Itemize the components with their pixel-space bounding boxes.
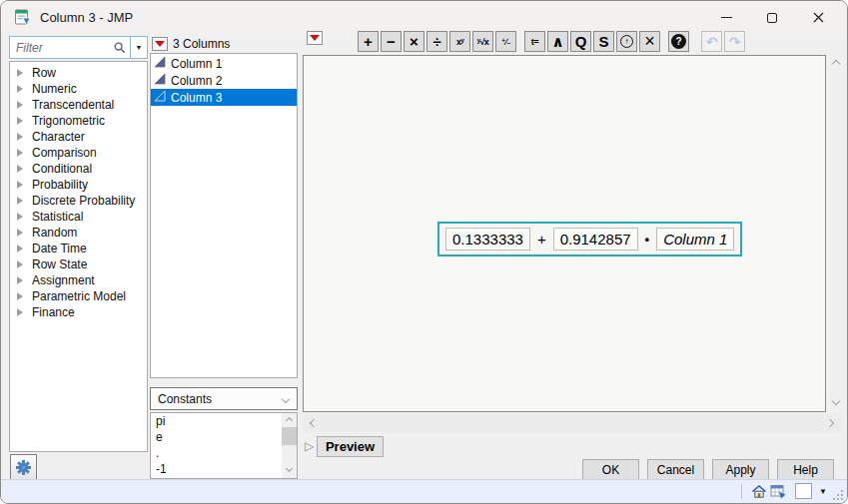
function-category-comparison[interactable]: Comparison	[10, 145, 147, 161]
cancel-button[interactable]: Cancel	[647, 459, 704, 480]
scroll-down-icon[interactable]	[831, 397, 839, 405]
function-category-trigonometric[interactable]: Trigonometric	[10, 113, 147, 129]
expand-arrow-icon	[17, 245, 23, 252]
divide-button[interactable]: ÷	[426, 31, 447, 52]
expand-arrow-icon	[17, 165, 23, 173]
jmp-app-icon[interactable]	[14, 9, 31, 26]
function-category-numeric[interactable]: Numeric	[10, 81, 147, 97]
columns-menu-button[interactable]	[152, 37, 168, 51]
data-table-icon[interactable]	[770, 484, 786, 499]
filter-dropdown-button[interactable]: ▼	[131, 37, 147, 58]
formula-menu-button[interactable]	[307, 31, 323, 45]
scroll-right-icon[interactable]	[826, 419, 834, 427]
settings-gear-button[interactable]	[10, 454, 37, 480]
constants-scrollbar[interactable]	[282, 413, 297, 478]
constant-item-[interactable]: .	[151, 445, 297, 461]
scroll-up-icon[interactable]	[286, 417, 293, 424]
redo-button[interactable]: ↷	[724, 31, 745, 52]
column-reference-term[interactable]: Column 1	[656, 228, 734, 251]
undo-button[interactable]: ↶	[701, 31, 722, 52]
resize-grip[interactable]	[833, 490, 844, 501]
switch-terms-button[interactable]: S	[593, 31, 614, 52]
function-category-transcendental[interactable]: Transcendental	[10, 97, 147, 113]
function-category-character[interactable]: Character	[10, 129, 147, 145]
function-category-random[interactable]: Random	[10, 225, 147, 241]
function-category-probability[interactable]: Probability	[10, 177, 147, 193]
unary-sign-button[interactable]: ⁺∕₋	[495, 31, 516, 52]
dynamic-reference-button[interactable]: Q	[570, 31, 591, 52]
jmp-formula-editor-window: Column 3 - JMP ▼ RowNumericTranscendenta…	[0, 0, 848, 504]
scrollbar-thumb[interactable]	[282, 427, 297, 445]
multiply-button[interactable]: ×	[404, 31, 424, 52]
column-label: Column 2	[171, 74, 222, 88]
function-category-label: Assignment	[32, 273, 95, 287]
root-button[interactable]: ʸ√x	[472, 31, 493, 52]
multiply-operator[interactable]: •	[645, 232, 650, 247]
column-label: Column 3	[171, 91, 222, 105]
scroll-down-icon[interactable]	[286, 465, 293, 472]
coefficient-term-1[interactable]: 0.1333333	[445, 228, 530, 251]
function-category-label: Row	[32, 66, 56, 80]
local-variable-button[interactable]: t=	[524, 31, 545, 52]
columns-panel-header: 3 Columns	[152, 35, 298, 52]
constant-item-pi[interactable]: pi	[151, 413, 297, 429]
function-category-label: Character	[32, 130, 85, 144]
function-category-label: Comparison	[32, 146, 97, 160]
function-category-discrete-probability[interactable]: Discrete Probability	[10, 193, 147, 209]
formula-expression[interactable]: 0.1333333 + 0.9142857 • Column 1	[437, 222, 742, 256]
scroll-up-icon[interactable]	[831, 60, 839, 68]
power-button[interactable]: xʸ	[449, 31, 470, 52]
canvas-vertical-scrollbar[interactable]	[828, 55, 843, 412]
function-category-statistical[interactable]: Statistical	[10, 209, 147, 225]
expand-arrow-icon	[17, 292, 23, 300]
ok-button[interactable]: OK	[582, 459, 639, 480]
function-category-row[interactable]: Row	[10, 65, 147, 81]
function-category-row-state[interactable]: Row State	[10, 256, 147, 272]
function-category-parametric-model[interactable]: Parametric Model	[10, 288, 147, 304]
canvas-horizontal-scrollbar[interactable]	[303, 414, 843, 432]
delete-expression-button[interactable]: ×	[639, 31, 660, 52]
help-button[interactable]: Help	[777, 459, 834, 480]
maximize-button[interactable]	[749, 1, 795, 34]
minus-button[interactable]: −	[381, 31, 402, 52]
question-mark-icon: ?	[671, 34, 686, 49]
window-indicator-box[interactable]	[795, 483, 812, 499]
continuous-column-icon	[154, 90, 166, 105]
home-window-icon[interactable]	[751, 484, 767, 499]
preview-disclosure-triangle[interactable]: ▷	[305, 439, 314, 453]
constants-dropdown[interactable]: Constants	[150, 387, 298, 410]
constant-item-1[interactable]: -1	[151, 461, 297, 477]
window-list-dropdown-icon[interactable]: ▼	[819, 487, 827, 496]
close-button[interactable]	[795, 1, 841, 34]
column-list-item-column-1[interactable]: Column 1	[151, 55, 297, 72]
maximize-icon	[767, 13, 777, 23]
function-category-label: Trigonometric	[32, 114, 105, 128]
function-category-label: Random	[32, 226, 77, 240]
function-category-conditional[interactable]: Conditional	[10, 161, 147, 177]
boxing-button[interactable]: ↑	[616, 31, 637, 52]
plus-operator[interactable]: +	[537, 231, 546, 248]
column-list-item-column-3[interactable]: Column 3	[151, 89, 297, 106]
window-title: Column 3 - JMP	[40, 10, 133, 25]
apply-button[interactable]: Apply	[712, 459, 769, 480]
red-triangle-icon	[155, 41, 165, 47]
function-category-assignment[interactable]: Assignment	[10, 272, 147, 288]
coefficient-term-2[interactable]: 0.9142857	[553, 228, 638, 251]
scroll-left-icon[interactable]	[310, 419, 318, 427]
plus-button[interactable]: +	[358, 31, 379, 52]
column-label: Column 1	[171, 57, 222, 71]
constant-item-e[interactable]: e	[151, 429, 297, 445]
preview-button[interactable]: Preview	[317, 436, 384, 457]
expand-arrow-icon	[17, 181, 23, 189]
help-button[interactable]: ?	[668, 31, 689, 52]
function-category-label: Parametric Model	[32, 289, 126, 303]
expand-arrow-icon	[17, 69, 23, 77]
function-category-label: Statistical	[32, 210, 83, 224]
peel-expression-button[interactable]: ∧	[547, 31, 568, 52]
expand-arrow-icon	[17, 276, 23, 284]
column-list-item-column-2[interactable]: Column 2	[151, 72, 297, 89]
function-category-finance[interactable]: Finance	[10, 304, 147, 320]
function-category-date-time[interactable]: Date Time	[10, 241, 147, 256]
filter-input[interactable]	[10, 41, 113, 55]
constants-list: pie.-1	[150, 412, 298, 479]
